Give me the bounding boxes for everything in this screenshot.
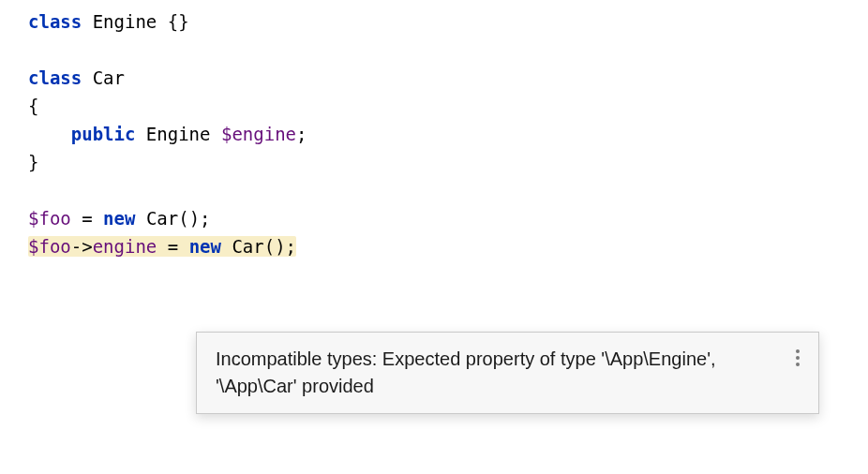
type-engine: Engine bbox=[146, 124, 211, 144]
code-line-5: public Engine $engine; bbox=[0, 120, 868, 148]
keyword-class: class bbox=[28, 11, 82, 32]
var-foo: $foo bbox=[28, 236, 71, 257]
code-line-1: class Engine {} bbox=[0, 7, 868, 36]
keyword-new: new bbox=[103, 208, 135, 229]
braces: {} bbox=[168, 11, 189, 32]
code-line-blank bbox=[0, 36, 868, 64]
type-car: Car bbox=[146, 208, 178, 229]
var-foo: $foo bbox=[28, 208, 71, 229]
warning-highlight: $foo->engine = new Car(); bbox=[28, 236, 296, 257]
more-actions-icon[interactable] bbox=[796, 346, 800, 366]
keyword-new: new bbox=[189, 236, 221, 257]
eq: = bbox=[71, 208, 103, 229]
keyword-public: public bbox=[71, 124, 136, 144]
eq: = bbox=[157, 236, 188, 257]
var-engine: $engine bbox=[221, 124, 296, 144]
arrow: -> bbox=[71, 236, 93, 257]
code-line-blank bbox=[0, 176, 868, 204]
semicolon: ; bbox=[296, 124, 307, 144]
code-editor[interactable]: class Engine {} class Car { public Engin… bbox=[0, 7, 868, 260]
code-line-9: $foo->engine = new Car(); bbox=[0, 232, 868, 260]
parens: (); bbox=[178, 208, 210, 229]
type-name: Car bbox=[93, 67, 125, 88]
parens: (); bbox=[264, 236, 296, 257]
tooltip-message: Incompatible types: Expected property of… bbox=[216, 346, 796, 400]
type-car: Car bbox=[232, 236, 263, 257]
code-line-4: { bbox=[0, 92, 868, 120]
type-name: Engine bbox=[93, 11, 157, 32]
brace-open: { bbox=[28, 96, 38, 116]
code-line-3: class Car bbox=[0, 64, 868, 92]
brace-close: } bbox=[28, 152, 38, 172]
code-line-6: } bbox=[0, 148, 868, 176]
inspection-tooltip: Incompatible types: Expected property of… bbox=[196, 332, 819, 414]
keyword-class: class bbox=[28, 67, 82, 88]
code-line-8: $foo = new Car(); bbox=[0, 204, 868, 232]
prop-engine: engine bbox=[93, 236, 157, 257]
